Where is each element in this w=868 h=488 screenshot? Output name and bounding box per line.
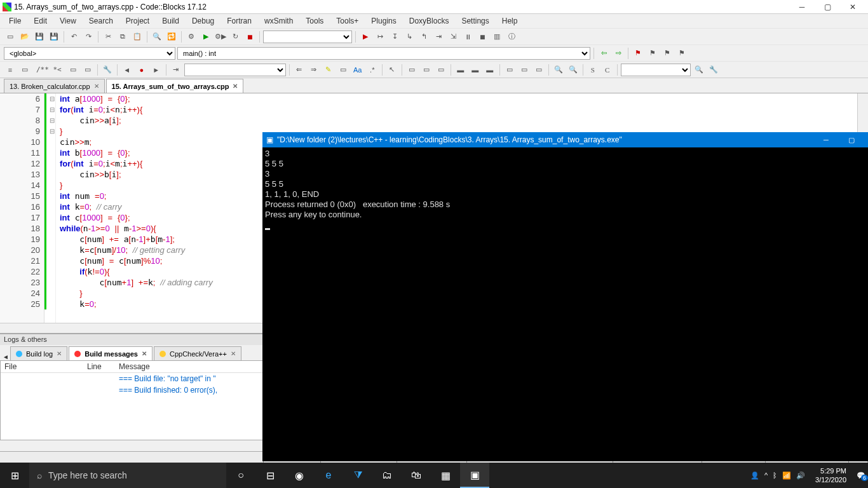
notifications-icon[interactable]: 💬6 xyxy=(857,471,865,480)
tab-file[interactable]: 13. Broken_calculator.cpp✕ xyxy=(4,79,105,93)
taskbar-search[interactable]: ⌕ Type here to search xyxy=(29,463,226,488)
rebuild-icon[interactable]: ↻ xyxy=(229,30,241,43)
menu-file[interactable]: File xyxy=(3,15,27,27)
col-message[interactable]: Message xyxy=(115,361,154,372)
end2-icon[interactable]: 🔧 xyxy=(707,64,720,76)
cortana-icon[interactable]: ○ xyxy=(226,463,255,488)
regex-icon[interactable]: .* xyxy=(366,64,379,76)
cut-icon[interactable]: ✂ xyxy=(102,30,114,43)
maximize-button[interactable]: ▢ xyxy=(815,3,840,11)
new-file-icon[interactable]: ▭ xyxy=(4,30,17,43)
end1-icon[interactable]: 🔍 xyxy=(693,64,705,76)
people-icon[interactable]: 👤 xyxy=(750,471,759,480)
log-tab[interactable]: CppCheck/Vera++✕ xyxy=(154,346,241,360)
tab-file[interactable]: 15. Arrays_sum_of_two_arrays.cpp✕ xyxy=(106,79,244,93)
menu-plugins[interactable]: Plugins xyxy=(365,15,402,27)
log-tab[interactable]: Build messages✕ xyxy=(69,346,153,360)
edge-icon[interactable]: e xyxy=(314,463,343,488)
doxy-comment-button[interactable]: /** *< xyxy=(33,64,65,76)
log-tab[interactable]: Build log✕ xyxy=(10,346,67,360)
scope-left-dropdown[interactable]: <global> xyxy=(4,47,175,60)
fold-gutter[interactable]: ⊟⊟⊟⊟ xyxy=(48,93,56,323)
menu-settings[interactable]: Settings xyxy=(455,15,495,27)
undo-icon[interactable]: ↶ xyxy=(67,30,80,43)
next-instr-icon[interactable]: ⇥ xyxy=(432,30,445,43)
doxy2-icon[interactable]: ▭ xyxy=(18,64,31,76)
menu-doxyblocks[interactable]: DoxyBlocks xyxy=(403,15,456,27)
t8-icon[interactable]: ▭ xyxy=(518,64,531,76)
wifi-icon[interactable]: 📶 xyxy=(782,471,791,480)
menu-edit[interactable]: Edit xyxy=(27,15,53,27)
menu-view[interactable]: View xyxy=(53,15,83,27)
highlight-icon[interactable]: ✎ xyxy=(322,64,335,76)
start-button[interactable]: ⊞ xyxy=(0,463,29,488)
bookmark-prev-icon[interactable]: ⚑ xyxy=(646,47,659,60)
minimize-button[interactable]: ─ xyxy=(789,3,815,11)
codeblocks-task-icon[interactable]: ▣ xyxy=(460,463,489,488)
t2-icon[interactable]: ▭ xyxy=(420,64,433,76)
wrench-icon[interactable]: 🔧 xyxy=(101,64,114,76)
scope-right-dropdown[interactable]: main() : int xyxy=(177,47,590,60)
t7-icon[interactable]: ▭ xyxy=(503,64,516,76)
vscode-icon[interactable]: ⧩ xyxy=(343,463,372,488)
menu-tools+[interactable]: Tools+ xyxy=(330,15,365,27)
paste-icon[interactable]: 📋 xyxy=(131,30,144,43)
tray-chevron-icon[interactable]: ^ xyxy=(764,471,768,479)
debug-run-icon[interactable]: ▶ xyxy=(359,30,372,43)
doxy-icon[interactable]: ≡ xyxy=(4,64,17,76)
run-to-cursor-icon[interactable]: ↦ xyxy=(374,30,386,43)
close-button[interactable]: ✕ xyxy=(840,3,865,11)
t9-icon[interactable]: ▭ xyxy=(532,64,545,76)
next-icon[interactable]: ► xyxy=(150,64,163,76)
break-icon[interactable]: ⏸ xyxy=(461,30,474,43)
col-file[interactable]: File xyxy=(1,361,83,372)
open-icon[interactable]: 📂 xyxy=(18,30,31,43)
replace-icon[interactable]: 🔁 xyxy=(165,30,178,43)
t3-icon[interactable]: ▭ xyxy=(435,64,447,76)
menu-wxsmith[interactable]: wxSmith xyxy=(258,15,299,27)
prev-icon[interactable]: ◄ xyxy=(121,64,133,76)
bluetooth-icon[interactable]: ᛒ xyxy=(773,471,777,479)
save-icon[interactable]: 💾 xyxy=(33,30,46,43)
console-titlebar[interactable]: ▣ "D:\New folder (2)\lectures\C++ - lear… xyxy=(262,132,868,147)
zoom-out-icon[interactable]: 🔍 xyxy=(567,64,580,76)
debug-windows-icon[interactable]: ▥ xyxy=(491,30,503,43)
console-minimize-button[interactable]: ─ xyxy=(813,136,839,144)
menu-tools[interactable]: Tools xyxy=(299,15,330,27)
nav-fwd-icon[interactable]: ⇨ xyxy=(612,47,625,60)
bookmark-clear-icon[interactable]: ⚑ xyxy=(675,47,688,60)
doxy4-icon[interactable]: ▭ xyxy=(81,64,94,76)
store-icon[interactable]: 🛍 xyxy=(402,463,431,488)
col-line[interactable]: Line xyxy=(83,361,115,372)
apps-icon[interactable]: ▦ xyxy=(431,463,460,488)
taskview-icon[interactable]: ⊟ xyxy=(255,463,285,488)
debug-info-icon[interactable]: ⓘ xyxy=(505,30,518,43)
jump-dropdown[interactable] xyxy=(184,64,286,76)
close-tab-icon[interactable]: ✕ xyxy=(94,83,99,90)
jump-icon[interactable]: ⇥ xyxy=(170,64,182,76)
zoom-in-icon[interactable]: 🔍 xyxy=(552,64,565,76)
menu-build[interactable]: Build xyxy=(156,15,186,27)
scroll-left-icon[interactable]: ◄ xyxy=(1,353,10,360)
volume-icon[interactable]: 🔊 xyxy=(796,471,805,480)
menu-debug[interactable]: Debug xyxy=(186,15,220,27)
stop-icon[interactable]: ⏹ xyxy=(243,30,256,43)
end-dropdown[interactable] xyxy=(621,64,691,76)
find-icon[interactable]: 🔍 xyxy=(151,30,163,43)
copy-icon[interactable]: ⧉ xyxy=(116,30,129,43)
chrome-icon[interactable]: ◉ xyxy=(285,463,314,488)
next-line-icon[interactable]: ↧ xyxy=(388,30,401,43)
arrow-right-icon[interactable]: ⇒ xyxy=(308,64,320,76)
build-run-icon[interactable]: ⚙▶ xyxy=(214,30,227,43)
save-all-icon[interactable]: 💾 xyxy=(48,30,60,43)
t4-icon[interactable]: ▬ xyxy=(454,64,467,76)
menu-help[interactable]: Help xyxy=(496,15,524,27)
build-icon[interactable]: ⚙ xyxy=(185,30,198,43)
clock[interactable]: 5:29 PM 3/12/2020 xyxy=(810,466,851,484)
menu-fortran[interactable]: Fortran xyxy=(220,15,258,27)
run-icon[interactable]: ▶ xyxy=(200,30,212,43)
t1-icon[interactable]: ▭ xyxy=(405,64,418,76)
cursor-icon[interactable]: ↖ xyxy=(386,64,398,76)
redo-icon[interactable]: ↷ xyxy=(82,30,95,43)
t6-icon[interactable]: ▬ xyxy=(484,64,496,76)
